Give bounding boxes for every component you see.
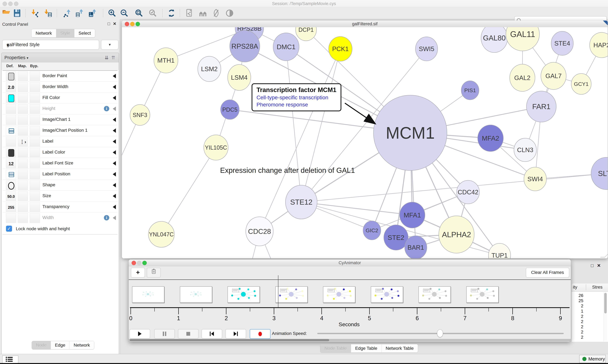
clone-network-icon[interactable] bbox=[185, 9, 194, 17]
network-canvas[interactable]: RPS28BRPS28ADMC1DCP1PCK1SWI5GAL80GAL11ST… bbox=[122, 27, 608, 258]
property-row-image-chart-1[interactable]: Image/Chart 1 bbox=[2, 114, 117, 125]
timeline-playhead[interactable] bbox=[278, 275, 278, 307]
table-cell[interactable]: 1 bbox=[573, 309, 583, 314]
default-value-cell[interactable] bbox=[6, 213, 16, 223]
style-select[interactable]: galFiltered Style ▾ bbox=[2, 40, 99, 50]
bypass-cell[interactable] bbox=[30, 104, 40, 114]
table-cell[interactable]: 2 bbox=[573, 335, 583, 340]
tab-network-table[interactable]: Network Table bbox=[381, 344, 418, 352]
export-table-icon[interactable] bbox=[75, 9, 84, 17]
property-row-label-font-size[interactable]: 12Label Font Size bbox=[2, 158, 117, 169]
bypass-cell[interactable] bbox=[30, 71, 40, 81]
edge-YIL105C-YNL047C[interactable] bbox=[161, 147, 216, 234]
bypass-cell[interactable] bbox=[30, 82, 40, 92]
default-value-cell[interactable] bbox=[6, 148, 16, 157]
hide-details-icon[interactable] bbox=[212, 9, 221, 17]
add-frame-button[interactable]: + bbox=[131, 268, 145, 277]
expand-property-icon[interactable] bbox=[113, 96, 116, 100]
tab-network[interactable]: Network bbox=[69, 341, 94, 349]
bypass-cell[interactable] bbox=[30, 170, 40, 179]
default-value-cell[interactable] bbox=[6, 181, 16, 190]
expand-property-icon[interactable] bbox=[113, 106, 116, 111]
properties-header[interactable]: Properties ▾ bbox=[4, 55, 28, 60]
frame-thumbnail-5[interactable] bbox=[371, 286, 403, 303]
bypass-cell[interactable] bbox=[30, 192, 40, 201]
import-table-icon[interactable] bbox=[44, 9, 52, 17]
open-folder-icon[interactable] bbox=[2, 9, 11, 17]
import-network-icon[interactable] bbox=[30, 9, 39, 17]
expand-property-icon[interactable] bbox=[113, 85, 116, 89]
table-column-header[interactable]: ity bbox=[573, 285, 577, 290]
bypass-cell[interactable] bbox=[30, 115, 40, 125]
table-scrollbar[interactable] bbox=[604, 292, 607, 341]
table-cell[interactable]: 2 bbox=[573, 304, 583, 309]
property-row-size[interactable]: 50.0Size bbox=[2, 191, 117, 202]
expand-property-icon[interactable] bbox=[113, 194, 116, 198]
bypass-cell[interactable] bbox=[30, 93, 40, 103]
expand-property-icon[interactable] bbox=[113, 117, 116, 122]
mapping-cell[interactable] bbox=[18, 115, 28, 125]
bypass-cell[interactable] bbox=[30, 137, 40, 146]
delete-frame-button[interactable] bbox=[147, 268, 161, 277]
expand-property-icon[interactable] bbox=[113, 139, 116, 144]
frame-thumbnail-0[interactable] bbox=[132, 286, 164, 303]
table-cell[interactable]: 26 bbox=[573, 293, 583, 298]
tab-node-table[interactable]: Node Table bbox=[320, 344, 351, 352]
mapping-cell[interactable]: ⋮› bbox=[18, 137, 28, 146]
tab-select[interactable]: Select bbox=[74, 29, 95, 37]
expand-property-icon[interactable] bbox=[113, 161, 116, 166]
property-row-border-width[interactable]: 2.0Border Width bbox=[2, 82, 117, 92]
bypass-cell[interactable] bbox=[30, 202, 40, 212]
tab-network[interactable]: Network bbox=[31, 29, 56, 37]
property-row-label-position[interactable]: Label Position bbox=[2, 169, 117, 180]
mapping-cell[interactable] bbox=[18, 213, 28, 223]
network-window-titlebar[interactable]: galFiltered.sif bbox=[122, 21, 608, 27]
close-panel-icon[interactable]: ✕ bbox=[113, 21, 116, 26]
default-value-cell[interactable] bbox=[6, 126, 16, 135]
default-value-cell[interactable] bbox=[6, 170, 16, 179]
tab-style[interactable]: Style bbox=[56, 29, 74, 37]
timeline[interactable]: 0123456789 Seconds bbox=[129, 280, 571, 328]
timeline-scrollbar[interactable] bbox=[129, 339, 571, 341]
zoom-out-icon[interactable] bbox=[120, 9, 129, 17]
annotation-link[interactable]: Cell-type-specific transcription bbox=[257, 94, 336, 101]
property-row-border-paint[interactable]: Border Paint bbox=[2, 71, 117, 82]
zoom-selected-icon[interactable] bbox=[149, 9, 157, 17]
property-row-transparency[interactable]: 255Transparency bbox=[2, 202, 117, 212]
bypass-cell[interactable] bbox=[30, 213, 40, 223]
cyanimator-titlebar[interactable]: CyAnimator bbox=[129, 260, 571, 266]
bypass-cell[interactable] bbox=[30, 159, 40, 168]
default-value-cell[interactable] bbox=[6, 93, 16, 103]
close-panel-icon[interactable]: ✕ bbox=[597, 263, 604, 268]
show-details-icon[interactable] bbox=[225, 9, 234, 17]
info-icon[interactable]: i bbox=[104, 106, 109, 111]
bypass-cell[interactable] bbox=[30, 148, 40, 157]
property-row-label[interactable]: ⋮›Label bbox=[2, 136, 117, 147]
table-column-header[interactable]: Stres bbox=[592, 285, 602, 290]
mapping-cell[interactable] bbox=[18, 202, 28, 212]
skip-to-end-button[interactable] bbox=[225, 329, 246, 338]
property-row-label-color[interactable]: Label Color bbox=[2, 147, 117, 158]
frame-thumbnail-4[interactable] bbox=[323, 286, 355, 303]
mapping-cell[interactable] bbox=[18, 126, 28, 135]
stop-button[interactable] bbox=[178, 329, 199, 338]
bypass-cell[interactable] bbox=[30, 181, 40, 190]
tab-edge-table[interactable]: Edge Table bbox=[351, 344, 381, 352]
default-value-cell[interactable] bbox=[6, 137, 16, 146]
default-value-cell[interactable]: 12 bbox=[6, 159, 16, 168]
frame-thumbnail-6[interactable] bbox=[418, 286, 451, 303]
float-panel-icon[interactable]: □ bbox=[591, 263, 597, 268]
frame-thumbnail-7[interactable] bbox=[466, 286, 498, 303]
speed-slider-knob[interactable] bbox=[437, 329, 443, 337]
mapping-cell[interactable] bbox=[18, 192, 28, 201]
table-cell[interactable]: 2 bbox=[573, 319, 583, 324]
save-icon[interactable] bbox=[13, 9, 21, 17]
default-value-cell[interactable]: 50.0 bbox=[6, 192, 16, 201]
collapse-all-icon[interactable]: ⇈ bbox=[111, 55, 115, 60]
frame-thumbnail-1[interactable] bbox=[180, 286, 212, 303]
zoom-fit-icon[interactable] bbox=[135, 9, 143, 17]
default-value-cell[interactable] bbox=[6, 104, 16, 114]
mapping-cell[interactable] bbox=[18, 71, 28, 81]
expand-property-icon[interactable] bbox=[113, 128, 116, 133]
property-row-fill-color[interactable]: Fill Color bbox=[2, 92, 117, 104]
